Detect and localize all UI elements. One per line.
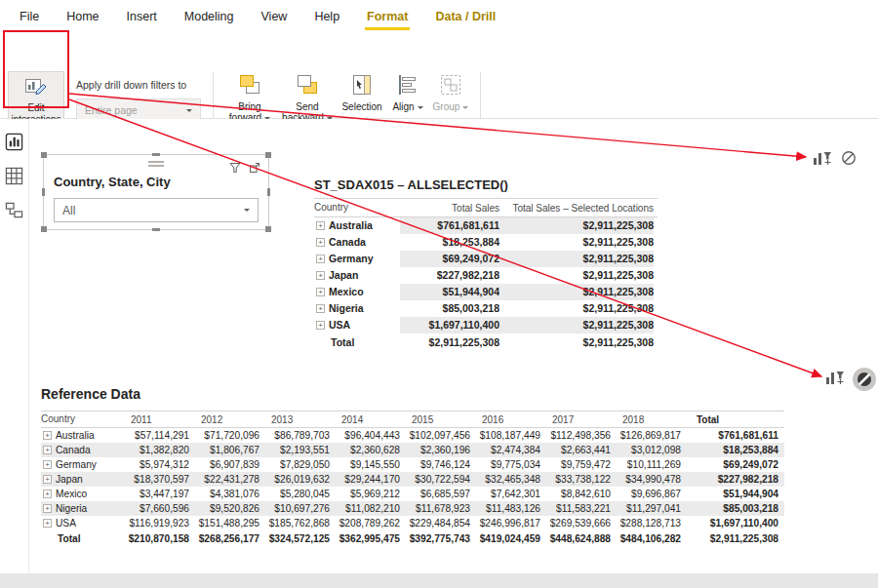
interaction-filter-icon[interactable] — [825, 370, 845, 389]
group-icon — [439, 73, 462, 101]
filter-icon[interactable] — [229, 160, 241, 177]
interaction-none-icon[interactable] — [841, 150, 857, 170]
expand-icon[interactable]: + — [43, 460, 52, 469]
table-row[interactable]: +Nigeria$85,003,218$2,911,225,308 — [314, 300, 658, 317]
table-row[interactable]: +Nigeria$7,660,596$9,520,826$10,697,276$… — [41, 501, 784, 516]
slicer-visual[interactable]: Country, State, City All — [43, 154, 269, 230]
table-row[interactable]: +Canada$1,382,820$1,806,767$2,193,551$2,… — [41, 443, 784, 457]
bring-forward-button[interactable]: Bring forward — [222, 70, 277, 123]
menu-home[interactable]: Home — [53, 0, 112, 33]
table-row[interactable]: +Mexico$3,447,197$4,381,076$5,280,045$5,… — [41, 487, 784, 501]
selected-total-value: $2,911,225,308 — [499, 300, 654, 317]
drag-handle-icon[interactable] — [148, 161, 164, 167]
align-button[interactable]: Align — [388, 70, 427, 112]
table-row[interactable]: +Australia$57,114,291$71,720,096$86,789,… — [41, 428, 784, 443]
interaction-filter-icon[interactable] — [813, 150, 832, 170]
value-cell: $3,012,098 — [611, 443, 681, 457]
value-cell: $116,919,923 — [119, 516, 189, 530]
interaction-none-selected-icon[interactable] — [853, 368, 876, 391]
selection-handle[interactable] — [152, 153, 160, 156]
value-cell: $484,106,282 — [611, 530, 681, 547]
table-row[interactable]: +Canada$18,253,884$2,911,225,308 — [314, 234, 658, 251]
country-cell: +Germany — [41, 457, 119, 472]
country-cell: +Australia — [41, 428, 119, 443]
chevron-down-icon — [462, 106, 468, 109]
edit-interactions-icon — [24, 76, 48, 102]
sidebar-item-data-view[interactable] — [4, 167, 25, 188]
interaction-controls-sales — [813, 150, 857, 170]
value-cell: $9,145,550 — [330, 457, 400, 472]
expand-icon[interactable]: + — [43, 490, 52, 498]
table-row[interactable]: +USA$1,697,110,400$2,911,225,308 — [314, 317, 658, 333]
country-cell: +Nigeria — [41, 501, 119, 516]
table-row[interactable]: +Mexico$51,944,904$2,911,225,308 — [314, 284, 658, 300]
sales-table-visual[interactable]: ST_SDAX015 – ALLSELECTED() CountryTotal … — [314, 177, 658, 351]
country-label: Mexico — [329, 284, 364, 300]
value-cell: $288,128,713 — [611, 516, 681, 530]
value-cell: $2,360,628 — [330, 443, 400, 457]
expand-icon[interactable]: + — [43, 519, 52, 528]
total-label: Total — [314, 333, 400, 351]
expand-icon[interactable]: + — [316, 288, 325, 296]
view-switcher-sidebar — [0, 119, 29, 573]
expand-icon[interactable]: + — [316, 221, 325, 230]
expand-icon[interactable]: + — [316, 238, 325, 247]
slicer-dropdown[interactable]: All — [54, 198, 259, 222]
table-row[interactable]: +Germany$69,249,072$2,911,225,308 — [314, 251, 658, 267]
value-cell: $7,660,596 — [119, 501, 189, 516]
menu-file[interactable]: File — [6, 0, 53, 33]
column-header: Total Sales — [400, 199, 499, 216]
selection-handle[interactable] — [265, 226, 271, 232]
selection-handle[interactable] — [152, 228, 160, 231]
value-cell: $2,911,225,308 — [681, 530, 778, 547]
expand-icon[interactable]: + — [43, 475, 52, 484]
expand-icon[interactable]: + — [316, 255, 325, 263]
reference-table-visual[interactable]: Reference Data Country201120122013201420… — [41, 386, 784, 547]
selection-handle[interactable] — [41, 152, 47, 158]
country-cell: +Germany — [314, 251, 400, 267]
country-label: Germany — [56, 457, 97, 472]
selection-handle[interactable] — [42, 188, 45, 196]
country-cell: +Japan — [41, 472, 119, 487]
group-button[interactable]: Group — [429, 70, 472, 112]
value-cell: $26,019,632 — [259, 472, 330, 487]
menu-modeling[interactable]: Modeling — [171, 0, 248, 33]
expand-icon[interactable]: + — [43, 431, 52, 440]
table-total-row[interactable]: Total$2,911,225,308$2,911,225,308 — [314, 333, 658, 351]
menu-view[interactable]: View — [248, 0, 301, 33]
value-cell: $102,097,456 — [400, 428, 470, 443]
table-row[interactable]: +Australia$761,681,611$2,911,225,308 — [314, 217, 658, 234]
selection-handle[interactable] — [267, 188, 270, 196]
focus-mode-icon[interactable] — [249, 160, 260, 177]
value-cell: $9,746,124 — [400, 457, 470, 472]
table-row[interactable]: +USA$116,919,923$151,488,295$185,762,868… — [41, 516, 784, 530]
value-cell: $112,498,356 — [540, 428, 611, 443]
menu-help[interactable]: Help — [300, 0, 353, 33]
sidebar-item-report-view[interactable] — [4, 133, 25, 154]
expand-icon[interactable]: + — [316, 304, 325, 313]
sales-table-header: CountryTotal SalesTotal Sales – Selected… — [314, 198, 658, 217]
expand-icon[interactable]: + — [43, 504, 52, 513]
send-backward-button[interactable]: Send backward — [279, 70, 336, 123]
table-row[interactable]: +Japan$227,982,218$2,911,225,308 — [314, 267, 658, 284]
selection-handle[interactable] — [41, 226, 47, 232]
apply-drill-label: Apply drill down filters to — [76, 79, 186, 91]
expand-icon[interactable]: + — [316, 321, 325, 330]
tab-format[interactable]: Format — [353, 0, 421, 33]
column-header: Total Sales – Selected Locations — [499, 199, 654, 216]
menu-insert[interactable]: Insert — [113, 0, 171, 33]
column-header: 2014 — [330, 412, 400, 427]
selection-button[interactable]: Selection — [338, 70, 386, 112]
table-row[interactable]: +Japan$18,370,597$22,431,278$26,019,632$… — [41, 472, 784, 487]
expand-icon[interactable]: + — [43, 446, 52, 454]
table-row[interactable]: +Germany$5,974,312$6,907,839$7,829,050$9… — [41, 457, 784, 472]
value-cell: $10,111,269 — [611, 457, 681, 472]
country-label: USA — [329, 317, 350, 333]
sidebar-item-model-view[interactable] — [4, 201, 25, 222]
value-cell: $96,404,443 — [330, 428, 400, 443]
table-total-row[interactable]: Total$210,870,158$268,256,177$324,572,12… — [41, 530, 784, 547]
expand-icon[interactable]: + — [316, 271, 325, 280]
selected-total-value: $2,911,225,308 — [499, 317, 654, 333]
selection-handle[interactable] — [265, 152, 271, 158]
tab-data-drill[interactable]: Data / Drill — [421, 0, 509, 33]
